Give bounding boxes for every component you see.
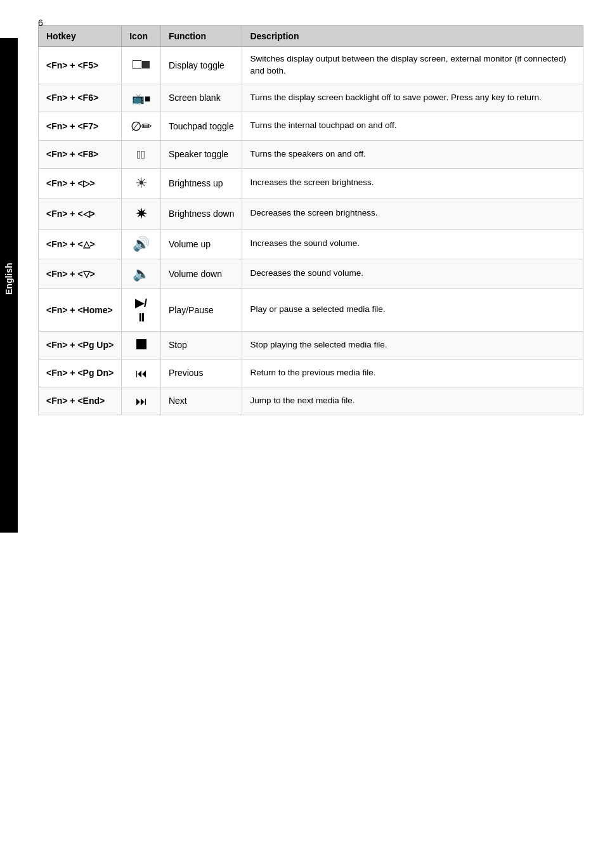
volume-down-icon: 🔈	[133, 266, 150, 282]
col-function: Function	[160, 26, 242, 47]
icon-cell: 🔊	[122, 229, 161, 259]
function-cell: Brightness down	[160, 198, 242, 229]
next-icon: ⏭	[136, 395, 147, 408]
table-row: <Fn> + <△>🔊Volume upIncreases the sound …	[39, 229, 583, 259]
previous-icon: ⏮	[136, 367, 147, 380]
page-number: 6	[38, 18, 43, 28]
table-row: <Fn> + <◁>✷Brightness downDecreases the …	[39, 198, 583, 229]
hotkey-cell: <Fn> + <F8>	[39, 140, 122, 168]
description-cell: Turns the speakers on and off.	[242, 140, 583, 168]
play-pause-icon: ▶/⏸	[135, 297, 147, 324]
description-cell: Decreases the sound volume.	[242, 259, 583, 288]
icon-cell: ⏮	[122, 359, 161, 387]
hotkey-cell: <Fn> + <F5>	[39, 47, 122, 84]
table-row: <Fn> + <F5>Display toggleSwitches displa…	[39, 47, 583, 84]
sidebar-bar: English	[0, 38, 18, 533]
table-row: <Fn> + <F7>∅✏Touchpad toggleTurns the in…	[39, 112, 583, 140]
description-cell: Play or pause a selected media file.	[242, 288, 583, 331]
speaker-toggle-icon: 🔊⃠	[137, 148, 145, 161]
touchpad-toggle-icon: ∅✏	[131, 119, 152, 133]
icon-cell: ▶/⏸	[122, 288, 161, 331]
function-cell: Brightness up	[160, 168, 242, 198]
icon-cell: ∅✏	[122, 112, 161, 140]
description-cell: Turns the internal touchpad on and off.	[242, 112, 583, 140]
display-toggle-icon	[133, 60, 150, 69]
table-row: <Fn> + <▷>☀Brightness upIncreases the sc…	[39, 168, 583, 198]
hotkey-cell: <Fn> + <△>	[39, 229, 122, 259]
table-row: <Fn> + <End>⏭NextJump to the next media …	[39, 387, 583, 415]
description-cell: Increases the screen brightness.	[242, 168, 583, 198]
function-cell: Speaker toggle	[160, 140, 242, 168]
function-cell: Volume up	[160, 229, 242, 259]
col-icon: Icon	[122, 26, 161, 47]
icon-cell: ⏭	[122, 387, 161, 415]
hotkey-cell: <Fn> + <F7>	[39, 112, 122, 140]
table-row: <Fn> + <F6>📺■Screen blankTurns the displ…	[39, 84, 583, 112]
main-content: Hotkey Icon Function Description <Fn> + …	[38, 25, 605, 415]
function-cell: Stop	[160, 331, 242, 359]
table-row: <Fn> + <F8>🔊⃠Speaker toggleTurns the spe…	[39, 140, 583, 168]
col-hotkey: Hotkey	[39, 26, 122, 47]
screen-blank-icon: 📺■	[132, 93, 151, 105]
function-cell: Touchpad toggle	[160, 112, 242, 140]
brightness-up-icon: ☀	[135, 175, 148, 191]
hotkey-cell: <Fn> + <▷>	[39, 168, 122, 198]
hotkey-cell: <Fn> + <End>	[39, 387, 122, 415]
function-cell: Next	[160, 387, 242, 415]
icon-cell: 🔈	[122, 259, 161, 288]
description-cell: Increases the sound volume.	[242, 229, 583, 259]
description-cell: Decreases the screen brightness.	[242, 198, 583, 229]
table-header-row: Hotkey Icon Function Description	[39, 26, 583, 47]
description-cell: Return to the previous media file.	[242, 359, 583, 387]
brightness-down-icon: ✷	[135, 205, 148, 222]
description-cell: Turns the display screen backlight off t…	[242, 84, 583, 112]
col-description: Description	[242, 26, 583, 47]
icon-cell: 📺■	[122, 84, 161, 112]
function-cell: Display toggle	[160, 47, 242, 84]
table-row: <Fn> + <Pg Dn>⏮PreviousReturn to the pre…	[39, 359, 583, 387]
hotkey-cell: <Fn> + <Pg Dn>	[39, 359, 122, 387]
icon-cell: 🔊⃠	[122, 140, 161, 168]
description-cell: Switches display output between the disp…	[242, 47, 583, 84]
table-row: <Fn> + <Home>▶/⏸Play/PausePlay or pause …	[39, 288, 583, 331]
function-cell: Volume down	[160, 259, 242, 288]
icon-cell: ☀	[122, 168, 161, 198]
description-cell: Jump to the next media file.	[242, 387, 583, 415]
icon-cell: ✷	[122, 198, 161, 229]
stop-icon	[136, 338, 146, 352]
function-cell: Screen blank	[160, 84, 242, 112]
description-cell: Stop playing the selected media file.	[242, 331, 583, 359]
hotkey-cell: <Fn> + <▽>	[39, 259, 122, 288]
volume-up-icon: 🔊	[133, 236, 150, 252]
function-cell: Play/Pause	[160, 288, 242, 331]
hotkey-table: Hotkey Icon Function Description <Fn> + …	[38, 25, 583, 415]
sidebar-label: English	[4, 276, 14, 295]
table-row: <Fn> + <▽>🔈Volume downDecreases the soun…	[39, 259, 583, 288]
function-cell: Previous	[160, 359, 242, 387]
table-row: <Fn> + <Pg Up>StopStop playing the selec…	[39, 331, 583, 359]
icon-cell	[122, 331, 161, 359]
icon-cell	[122, 47, 161, 84]
hotkey-cell: <Fn> + <Home>	[39, 288, 122, 331]
hotkey-cell: <Fn> + <F6>	[39, 84, 122, 112]
hotkey-cell: <Fn> + <◁>	[39, 198, 122, 229]
hotkey-cell: <Fn> + <Pg Up>	[39, 331, 122, 359]
